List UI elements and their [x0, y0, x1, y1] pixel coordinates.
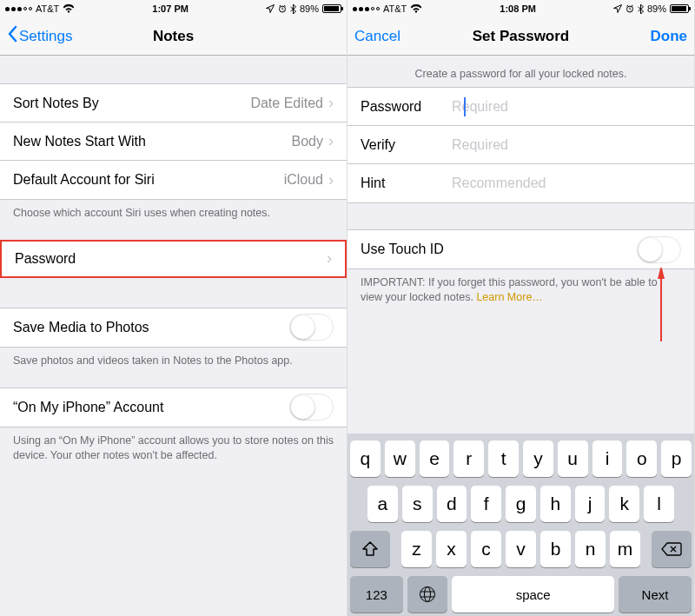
status-bar: AT&T 1:07 PM 89% — [0, 0, 347, 17]
wifi-icon — [63, 4, 75, 13]
done-button[interactable]: Done — [651, 28, 688, 45]
key-e[interactable]: e — [420, 440, 450, 477]
row-label: Use Touch ID — [361, 242, 444, 257]
key-a[interactable]: a — [367, 486, 398, 522]
cancel-button[interactable]: Cancel — [354, 28, 400, 45]
chevron-left-icon — [7, 25, 17, 47]
backspace-key[interactable] — [652, 531, 692, 567]
key-j[interactable]: j — [575, 486, 606, 522]
alarm-icon — [626, 4, 634, 13]
footer-on-my-iphone: Using an “On My iPhone” account allows y… — [0, 427, 347, 470]
carrier-label: AT&T — [36, 3, 59, 14]
keyboard-row-3: zxcvbnm — [350, 531, 692, 567]
row-label: Save Media to Photos — [13, 320, 149, 335]
field-label: Hint — [361, 176, 443, 191]
key-i[interactable]: i — [592, 440, 623, 477]
key-c[interactable]: c — [471, 531, 501, 567]
key-u[interactable]: u — [558, 440, 588, 477]
numbers-key[interactable]: 123 — [350, 576, 403, 613]
key-t[interactable]: t — [488, 440, 519, 477]
row-start-with[interactable]: New Notes Start With Body › — [0, 123, 347, 161]
shift-key[interactable] — [350, 531, 390, 567]
footer-save-media: Save photos and videos taken in Notes to… — [0, 348, 347, 375]
alarm-icon — [278, 4, 287, 13]
battery-icon — [670, 4, 689, 13]
battery-pct: 89% — [300, 3, 319, 14]
row-label: “On My iPhone” Account — [13, 400, 163, 415]
key-v[interactable]: v — [506, 531, 536, 567]
row-value: Date Edited — [250, 96, 323, 111]
key-p[interactable]: p — [661, 440, 692, 477]
row-verify-input[interactable]: Verify — [348, 126, 694, 164]
row-label: Default Account for Siri — [13, 172, 155, 188]
key-z[interactable]: z — [401, 531, 432, 567]
verify-input[interactable] — [452, 137, 681, 153]
chevron-right-icon: › — [328, 132, 334, 150]
password-input[interactable] — [452, 99, 681, 115]
hint-input[interactable] — [452, 176, 681, 191]
signal-dots-icon — [5, 7, 32, 11]
wifi-icon — [410, 4, 422, 13]
clock-label: 1:08 PM — [500, 3, 536, 14]
save-media-toggle[interactable] — [289, 314, 334, 341]
key-s[interactable]: s — [402, 486, 433, 522]
row-touch-id: Use Touch ID — [348, 230, 694, 268]
row-sort-notes[interactable]: Sort Notes By Date Edited › — [0, 84, 347, 123]
next-key[interactable]: Next — [619, 576, 692, 613]
row-label: Password — [15, 251, 76, 267]
row-save-media: Save Media to Photos — [0, 308, 347, 347]
key-d[interactable]: d — [437, 486, 467, 522]
right-screen: AT&T 1:08 PM 89% Cancel Set Password Don… — [348, 0, 695, 616]
nav-bar: Settings Notes — [0, 17, 347, 56]
row-password-input[interactable]: Password — [348, 88, 694, 126]
group-touch-id: Use Touch ID — [348, 229, 694, 269]
row-hint-input[interactable]: Hint — [348, 164, 694, 202]
back-button[interactable]: Settings — [7, 25, 72, 47]
key-n[interactable]: n — [575, 531, 606, 567]
key-h[interactable]: h — [540, 486, 571, 522]
touch-id-toggle[interactable] — [637, 236, 681, 263]
key-w[interactable]: w — [385, 440, 415, 477]
field-label: Password — [361, 99, 443, 115]
key-g[interactable]: g — [506, 486, 536, 522]
key-q[interactable]: q — [350, 440, 381, 477]
space-key[interactable]: space — [452, 576, 614, 613]
row-label: New Notes Start With — [13, 134, 146, 149]
key-y[interactable]: y — [523, 440, 553, 477]
battery-icon — [322, 4, 341, 13]
row-label: Sort Notes By — [13, 96, 99, 111]
learn-more-link[interactable]: Learn More… — [476, 291, 542, 303]
nav-bar: Cancel Set Password Done — [348, 17, 694, 56]
text-caret — [464, 97, 466, 116]
on-my-iphone-toggle[interactable] — [289, 394, 334, 421]
bluetooth-icon — [638, 4, 644, 14]
left-screen: AT&T 1:07 PM 89% Settings — [0, 0, 348, 616]
field-label: Verify — [361, 137, 443, 153]
chevron-right-icon: › — [327, 249, 332, 268]
row-default-siri[interactable]: Default Account for Siri iCloud › — [0, 161, 347, 199]
key-l[interactable]: l — [644, 486, 674, 522]
globe-key[interactable] — [407, 576, 448, 613]
clock-label: 1:07 PM — [152, 3, 189, 14]
chevron-right-icon: › — [328, 94, 334, 112]
keyboard-row-4: 123 space Next — [350, 576, 692, 613]
row-password[interactable]: Password › — [0, 240, 347, 278]
key-b[interactable]: b — [540, 531, 571, 567]
keyboard-row-2: asdfghjkl — [350, 486, 692, 522]
key-r[interactable]: r — [453, 440, 484, 477]
key-m[interactable]: m — [610, 531, 640, 567]
group-password-fields: Password Verify Hint — [348, 87, 694, 203]
status-bar: AT&T 1:08 PM 89% — [348, 0, 694, 17]
key-k[interactable]: k — [609, 486, 639, 522]
key-f[interactable]: f — [471, 486, 501, 522]
key-o[interactable]: o — [626, 440, 657, 477]
key-x[interactable]: x — [436, 531, 467, 567]
header-instruction: Create a password for all your locked no… — [348, 56, 694, 87]
group-save-media: Save Media to Photos — [0, 308, 347, 348]
keyboard-row-1: qwertyuiop — [350, 440, 692, 477]
row-on-my-iphone: “On My iPhone” Account — [0, 388, 347, 427]
footer-important: IMPORTANT: If you forget this password, … — [348, 269, 694, 312]
back-label: Settings — [19, 28, 72, 45]
location-icon — [266, 4, 275, 13]
group-password: Password › — [0, 240, 347, 278]
